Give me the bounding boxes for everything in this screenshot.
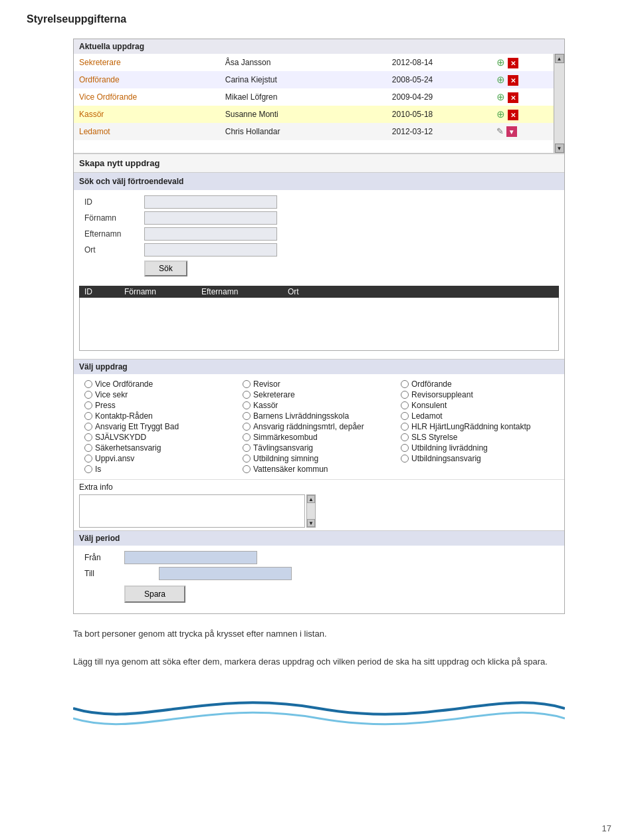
aktuella-header: Aktuella uppdrag	[74, 39, 564, 54]
list-item: Kontaktp-Råden	[84, 411, 237, 421]
list-item: Utbildning livräddning	[401, 443, 554, 453]
radio-option[interactable]	[401, 433, 409, 441]
radio-option[interactable]	[84, 412, 92, 420]
radio-option[interactable]	[401, 380, 409, 388]
list-item: Ansvarig räddningsmtrl, depåer	[243, 422, 395, 431]
fran-input[interactable]	[124, 551, 257, 564]
list-item: Tävlingsansvarig	[243, 443, 395, 453]
delete-icon[interactable]: ✕	[508, 58, 518, 68]
list-item: Ansvarig Ett Tryggt Bad	[84, 422, 237, 431]
page-title: Styrelseuppgifterna	[27, 13, 611, 25]
fornamn-input[interactable]	[144, 211, 277, 225]
search-results-header: ID Förnamn Efternamn Ort	[79, 286, 559, 298]
radio-label: SLS Styrelse	[411, 433, 457, 442]
radio-option[interactable]	[401, 391, 409, 399]
extra-info-textarea[interactable]	[79, 494, 305, 528]
radio-option[interactable]	[243, 412, 251, 420]
wave-decoration	[73, 688, 565, 728]
page-number: 17	[602, 823, 611, 833]
period-area: Från Till Spara	[74, 546, 564, 613]
radio-label: Vice Ordförande	[95, 379, 153, 389]
radio-option[interactable]	[243, 465, 251, 473]
aktuella-scrollbar: ▲ ▼	[554, 54, 564, 153]
radio-label: Tävlingsansvarig	[253, 443, 313, 453]
radio-grid: Vice OrdförandeRevisorOrdförandeVice sek…	[74, 374, 564, 479]
edit-icon[interactable]: ⊕	[496, 108, 505, 120]
radio-label: Ordförande	[411, 379, 452, 389]
radio-label: Utbildningsansvarig	[411, 454, 481, 463]
radio-option[interactable]	[401, 455, 409, 463]
delete-icon[interactable]: ✕	[508, 92, 518, 103]
radio-label: Revisorsuppleant	[411, 390, 473, 399]
edit-icon[interactable]: ⊕	[496, 56, 505, 68]
list-item: Is	[84, 465, 237, 474]
list-item: Uppvi.ansv	[84, 454, 237, 463]
list-item: Revisor	[243, 379, 395, 389]
radio-option[interactable]	[84, 380, 92, 388]
scroll-up-arrow[interactable]: ▲	[555, 54, 564, 63]
radio-option[interactable]	[243, 433, 251, 441]
list-item: Press	[84, 401, 237, 410]
fran-row: Från	[84, 551, 554, 564]
col-header-ort: Ort	[285, 287, 338, 296]
radio-option[interactable]	[84, 423, 92, 431]
radio-label: Utbildning simning	[253, 454, 318, 463]
radio-option[interactable]	[84, 401, 92, 409]
pencil-icon[interactable]: ✎	[496, 126, 504, 136]
radio-option[interactable]	[401, 412, 409, 420]
id-label: ID	[84, 197, 144, 207]
radio-option[interactable]	[84, 444, 92, 452]
id-row: ID	[84, 195, 554, 209]
edit-icon[interactable]: ⊕	[496, 91, 505, 102]
edit-icon[interactable]: ⊕	[496, 74, 505, 85]
efternamn-label: Efternamn	[84, 229, 144, 239]
scroll-down-arrow[interactable]: ▼	[555, 144, 564, 153]
efternamn-input[interactable]	[144, 227, 277, 241]
delete-icon[interactable]: ✕	[508, 75, 518, 86]
radio-option[interactable]	[243, 444, 251, 452]
extra-scroll-up[interactable]: ▲	[307, 495, 315, 503]
radio-option[interactable]	[243, 401, 251, 409]
name-cell: Carina Kiejstut	[220, 71, 387, 88]
date-cell: 2009-04-29	[387, 88, 491, 106]
radio-option[interactable]	[84, 433, 92, 441]
radio-option[interactable]	[243, 423, 251, 431]
delete-icon[interactable]: ✕	[508, 110, 518, 120]
list-item: Konsulent	[401, 401, 554, 410]
efternamn-row: Efternamn	[84, 227, 554, 241]
extra-info-section: Extra info ▲ ▼	[74, 479, 564, 530]
radio-option[interactable]	[243, 391, 251, 399]
radio-option[interactable]	[84, 391, 92, 399]
actions-cell: ⊕✕	[491, 88, 554, 106]
actions-cell: ⊕✕	[491, 106, 554, 123]
radio-label: Sekreterare	[253, 390, 295, 399]
aktuella-table-wrap: SekreterareÅsa Jansson2012-08-14⊕✕Ordför…	[74, 54, 564, 154]
id-input[interactable]	[144, 195, 277, 209]
aktuella-table: SekreterareÅsa Jansson2012-08-14⊕✕Ordför…	[74, 54, 554, 140]
radio-option[interactable]	[243, 380, 251, 388]
role-cell: Ordförande	[74, 71, 220, 88]
ort-label: Ort	[84, 245, 144, 255]
down-icon[interactable]: ▼	[506, 126, 517, 137]
radio-option[interactable]	[401, 444, 409, 452]
list-item: Vice Ordförande	[84, 379, 237, 389]
sok-button[interactable]: Sök	[144, 261, 187, 276]
role-cell: Ledamot	[74, 123, 220, 140]
table-row: OrdförandeCarina Kiejstut2008-05-24⊕✕	[74, 71, 554, 88]
radio-option[interactable]	[401, 401, 409, 409]
table-row: SekreterareÅsa Jansson2012-08-14⊕✕	[74, 54, 554, 71]
extra-scroll-down[interactable]: ▼	[307, 519, 315, 527]
radio-option[interactable]	[243, 455, 251, 463]
radio-option[interactable]	[84, 465, 92, 473]
radio-label: Ansvarig Ett Tryggt Bad	[95, 422, 179, 431]
till-input[interactable]	[159, 567, 292, 580]
radio-option[interactable]	[84, 455, 92, 463]
ort-input[interactable]	[144, 243, 277, 257]
list-item: Barnens Livräddningsskola	[243, 411, 395, 421]
search-results-body	[79, 298, 559, 351]
list-item: Ordförande	[401, 379, 554, 389]
list-item: Simmärkesombud	[243, 433, 395, 442]
skapa-header: Skapa nytt uppdrag	[74, 154, 564, 173]
spara-button[interactable]: Spara	[124, 585, 185, 603]
radio-option[interactable]	[401, 423, 409, 431]
